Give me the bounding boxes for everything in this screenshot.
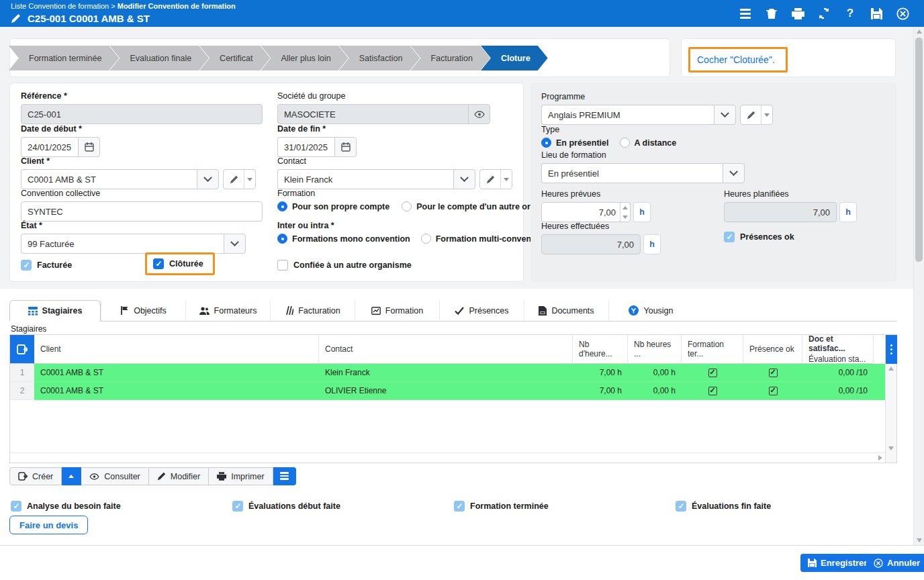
wizard-step-certificat[interactable]: Certificat bbox=[199, 46, 270, 70]
faire-un-devis-button[interactable]: Faire un devis bbox=[9, 516, 88, 534]
scroll-down-icon[interactable] bbox=[888, 446, 894, 450]
scroll-up-icon[interactable] bbox=[917, 30, 922, 34]
table-row[interactable]: 1 C0001 AMB & ST Klein Franck 7,00 h 0,0… bbox=[10, 364, 885, 382]
wizard-step-satisfaction[interactable]: Satisfaction bbox=[339, 46, 420, 70]
evaluations-fin-checkbox[interactable] bbox=[676, 501, 686, 512]
evaluations-debut-checkbox[interactable] bbox=[232, 501, 243, 512]
wizard-step-cloture[interactable]: Cloture bbox=[481, 46, 548, 70]
presences-ok-label: Présences ok bbox=[740, 232, 794, 242]
consulter-button[interactable]: Consulter bbox=[81, 467, 149, 485]
stagiaires-table: Client Contact Nb d'heure... Nb heures .… bbox=[9, 334, 897, 463]
modifier-button[interactable]: Modifier bbox=[149, 467, 209, 485]
radio-multi-convention[interactable] bbox=[421, 234, 431, 244]
close-icon[interactable] bbox=[896, 7, 909, 19]
date-debut-field[interactable]: 24/01/2025 bbox=[21, 137, 78, 157]
eye-icon[interactable] bbox=[468, 104, 490, 124]
chevron-down-icon[interactable] bbox=[197, 169, 219, 189]
client-edit-group bbox=[223, 169, 256, 189]
cell-doc-satisfaction: 0,00 /10 bbox=[802, 382, 874, 400]
creer-dropdown-button[interactable] bbox=[62, 467, 81, 485]
caret-down-icon[interactable] bbox=[244, 170, 255, 189]
radio-pour-le-compte-autre-organisme[interactable] bbox=[402, 201, 412, 211]
pencil-icon[interactable] bbox=[741, 105, 761, 124]
page-title: C25-001 C0001 AMB & ST bbox=[28, 13, 150, 24]
creer-button[interactable]: Créer bbox=[9, 467, 62, 485]
chevron-down-icon[interactable] bbox=[714, 105, 736, 125]
chevron-down-icon[interactable] bbox=[224, 234, 246, 254]
scroll-down-icon[interactable] bbox=[917, 538, 922, 542]
cell-contact: Klein Franck bbox=[319, 364, 573, 382]
breadcrumb-root[interactable]: Liste Convention de formation bbox=[11, 2, 109, 10]
presences-ok-checkbox[interactable] bbox=[724, 232, 735, 242]
tab-stagiaires[interactable]: Stagiaires bbox=[9, 300, 101, 322]
tab-presences[interactable]: Présences bbox=[439, 300, 524, 321]
radio-a-distance[interactable] bbox=[620, 138, 630, 148]
page-scrollbar[interactable] bbox=[913, 27, 924, 545]
col-header-nb-heures2[interactable]: Nb heures ... bbox=[628, 335, 682, 364]
radio-mono-convention[interactable] bbox=[277, 234, 287, 244]
calendar-icon[interactable] bbox=[78, 137, 100, 157]
col-header-client[interactable]: Client bbox=[34, 335, 319, 364]
chevron-down-icon[interactable] bbox=[723, 163, 745, 183]
chevron-down-icon[interactable] bbox=[453, 169, 475, 189]
imprimer-button[interactable]: Imprimer bbox=[209, 467, 273, 485]
col-header-formation-terminee[interactable]: Formation ter... bbox=[682, 335, 743, 364]
table-row[interactable]: 2 C0001 AMB & ST OLIVIER Etienne 7,00 h … bbox=[10, 382, 885, 400]
pencil-icon[interactable] bbox=[224, 170, 244, 189]
save-icon[interactable] bbox=[870, 7, 883, 19]
tab-objectifs[interactable]: Objectifs bbox=[101, 300, 185, 321]
app-header: Liste Convention de formation > Modifier… bbox=[0, 0, 924, 27]
date-fin-field[interactable]: 31/01/2025 bbox=[277, 137, 334, 157]
column-options-kebab-icon[interactable] bbox=[886, 335, 897, 364]
wizard-step-formation-terminee[interactable]: Formation terminée bbox=[9, 46, 119, 70]
tab-formateurs[interactable]: Formateurs bbox=[185, 300, 270, 321]
heures-prevues-input[interactable]: 7,00 bbox=[542, 203, 620, 222]
wizard-steps: Formation terminée Evaluation finale Cer… bbox=[18, 46, 548, 70]
client-select[interactable]: C0001 AMB & ST bbox=[21, 169, 197, 189]
facturee-checkbox[interactable] bbox=[21, 260, 32, 271]
help-icon[interactable]: ? bbox=[843, 7, 857, 19]
formation-terminee-checkbox[interactable] bbox=[454, 501, 465, 512]
heures-prevues-stepper[interactable] bbox=[620, 203, 630, 222]
wizard-step-facturation[interactable]: Facturation bbox=[410, 46, 490, 70]
col-header-presence-ok[interactable]: Présence ok bbox=[743, 335, 802, 364]
heures-planifiees-label: Heures planifiées bbox=[724, 189, 857, 199]
table-header-row: Client Contact Nb d'heure... Nb heures .… bbox=[10, 335, 885, 364]
confiee-checkbox[interactable] bbox=[277, 260, 288, 271]
wizard-step-aller-plus-loin[interactable]: Aller plus loin bbox=[261, 46, 348, 70]
scroll-right-icon[interactable] bbox=[878, 455, 882, 461]
convention-collective-field[interactable]: SYNTEC bbox=[21, 201, 263, 222]
calendar-icon[interactable] bbox=[334, 137, 357, 157]
add-row-icon[interactable] bbox=[10, 335, 34, 364]
tab-documents[interactable]: Documents bbox=[524, 300, 608, 321]
caret-down-icon[interactable] bbox=[500, 170, 512, 189]
etat-select[interactable]: 99 Facturée bbox=[21, 234, 224, 254]
enregistrer-button[interactable]: Enregistrer bbox=[800, 554, 874, 572]
menu-icon[interactable] bbox=[739, 7, 752, 19]
annuler-button[interactable]: Annuler bbox=[866, 554, 924, 572]
radio-pour-son-propre-compte[interactable] bbox=[277, 201, 287, 211]
pencil-icon[interactable] bbox=[480, 170, 500, 189]
col-header-contact[interactable]: Contact bbox=[319, 335, 573, 364]
contact-select[interactable]: Klein Franck bbox=[277, 169, 453, 189]
scroll-up-icon[interactable] bbox=[888, 367, 894, 371]
tab-formation[interactable]: Formation bbox=[355, 300, 439, 321]
cloturee-checkbox[interactable] bbox=[153, 258, 164, 269]
caret-down-icon[interactable] bbox=[761, 105, 772, 124]
radio-en-presentiel[interactable] bbox=[541, 138, 551, 148]
table-horizontal-scrollbar[interactable] bbox=[10, 452, 885, 463]
toolbar-menu-button[interactable] bbox=[273, 467, 296, 485]
print-icon[interactable] bbox=[791, 7, 804, 19]
col-header-doc-satisfaction[interactable]: Doc et satisfac... Évaluation sta... bbox=[802, 335, 874, 364]
wizard-step-evaluation-finale[interactable]: Evaluation finale bbox=[109, 46, 209, 70]
stagiaires-table-icon bbox=[28, 307, 38, 316]
col-header-nb-heures[interactable]: Nb d'heure... bbox=[573, 335, 628, 364]
trash-icon[interactable] bbox=[765, 7, 778, 19]
scrollbar-thumb[interactable] bbox=[915, 38, 923, 262]
tab-yousign[interactable]: Yousign bbox=[608, 300, 693, 321]
tab-facturation[interactable]: Facturation bbox=[270, 300, 355, 321]
lieu-select[interactable]: En présentiel bbox=[541, 163, 723, 183]
programme-select[interactable]: Anglais PREMIUM bbox=[541, 105, 714, 125]
analyse-besoin-checkbox[interactable] bbox=[11, 501, 21, 512]
refresh-icon[interactable] bbox=[817, 7, 831, 19]
